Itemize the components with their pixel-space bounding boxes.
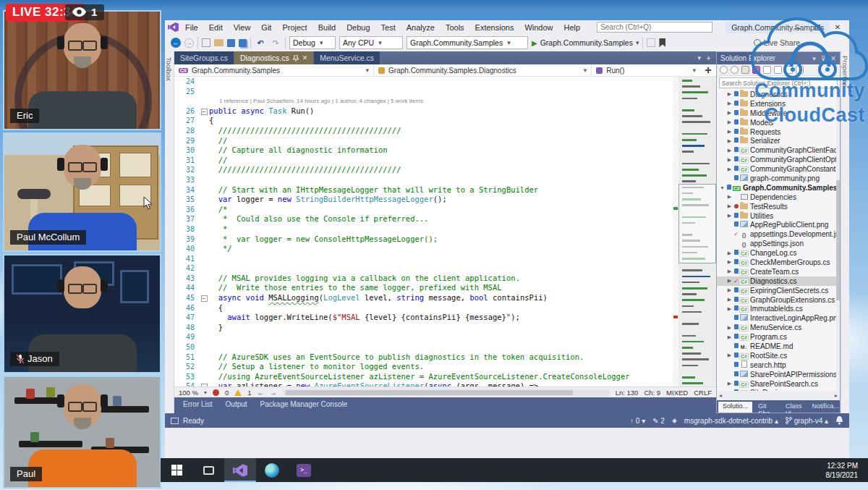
tree-item-MenuService.cs[interactable]: ▶C#MenuService.cs — [717, 323, 836, 332]
se-tab-solutio[interactable]: Solutio... — [718, 402, 752, 413]
solution-scrollbar[interactable] — [836, 90, 840, 391]
menu-test[interactable]: Test — [376, 22, 401, 33]
se-collapse-all-icon[interactable] — [774, 66, 782, 74]
se-tab-notifica[interactable]: Notifica... — [808, 402, 844, 413]
menu-git[interactable]: Git — [256, 22, 276, 33]
fold-icon[interactable]: − — [201, 109, 208, 115]
menu-edit[interactable]: Edit — [204, 22, 228, 33]
properties-tab[interactable]: Properties — [841, 51, 849, 413]
member-dropdown[interactable]: Run()▾ — [592, 64, 700, 76]
se-tab-git-cha[interactable]: Git Cha... — [754, 402, 780, 413]
save-all-icon[interactable] — [239, 39, 247, 47]
forward-button[interactable]: → — [184, 38, 194, 48]
expander-icon[interactable]: ▶ — [726, 297, 733, 303]
edit-count[interactable]: ✎ 2 — [652, 417, 665, 425]
menu-build[interactable]: Build — [313, 22, 341, 33]
tree-item-search.http[interactable]: search.http — [717, 360, 836, 370]
dropdown-icon[interactable]: ▾ — [812, 55, 816, 62]
warning-count[interactable]: 1 — [247, 389, 251, 397]
tree-item-Models[interactable]: ▶Models — [717, 118, 836, 127]
expander-icon[interactable]: ▶ — [726, 91, 733, 97]
tree-item-CreateTeam.cs[interactable]: ▶C#CreateTeam.cs — [717, 267, 836, 276]
nav-forward-icon[interactable]: → — [270, 389, 277, 397]
se-back-icon[interactable] — [720, 66, 728, 74]
taskbar-clock[interactable]: 12:32 PM 8/19/2021 — [826, 461, 868, 480]
toolbox-tab[interactable]: Toolbox — [165, 51, 174, 413]
expander-icon[interactable]: ▶ — [726, 269, 733, 274]
tree-item-RootSite.cs[interactable]: ▶C#RootSite.cs — [717, 351, 836, 360]
new-project-icon[interactable] — [202, 38, 210, 47]
solution-search-input[interactable] — [719, 77, 838, 88]
back-button[interactable]: ← — [171, 38, 181, 48]
error-count[interactable]: 0 — [225, 389, 229, 397]
se-home-icon[interactable] — [741, 66, 749, 74]
expander-icon[interactable]: ▼ — [719, 185, 726, 190]
se-pending-changes-icon[interactable] — [763, 66, 771, 74]
tree-item-README.md[interactable]: M↓README.md — [717, 342, 836, 351]
codelens-info[interactable]: 1 reference | Paul Schaeflein, 14 hours … — [174, 96, 673, 106]
tree-item-Serializer[interactable]: ▶Serializer — [717, 136, 836, 145]
pin-icon[interactable]: ⊽ — [821, 55, 826, 62]
redo-icon[interactable]: ↷ — [270, 37, 281, 48]
feedback-icon[interactable]: ◕ — [767, 20, 787, 34]
taskbar-edge[interactable] — [256, 458, 288, 482]
expander-icon[interactable]: ▶ — [726, 148, 733, 153]
open-folder-icon[interactable] — [214, 39, 224, 46]
expander-icon[interactable]: ▶ — [726, 203, 733, 209]
repo-name[interactable]: msgraph-sdk-dotnet-contrib ▴ — [684, 417, 778, 425]
maximize-button[interactable] — [807, 20, 827, 34]
bookmark-icon[interactable] — [659, 38, 665, 47]
tree-item-Middleware[interactable]: ▶Middleware — [717, 109, 836, 118]
expander-icon[interactable]: ▶ — [726, 278, 733, 284]
startup-project-dropdown[interactable]: Graph.Community.Samples▾ — [407, 36, 528, 49]
solution-hscroll[interactable]: ◂▸ — [717, 391, 840, 400]
expander-icon[interactable]: ▶ — [726, 306, 733, 312]
zoom-level[interactable]: 100 % — [179, 389, 198, 397]
tab-Diagnostics.cs[interactable]: Diagnostics.cs✕ — [234, 51, 313, 64]
close-icon[interactable]: ✕ — [830, 55, 836, 62]
expander-icon[interactable]: ▶ — [726, 101, 733, 106]
se-sync-icon[interactable] — [796, 66, 804, 74]
tree-item-Program.cs[interactable]: ▶C#Program.cs — [717, 332, 836, 342]
menu-extensions[interactable]: Extensions — [470, 22, 519, 33]
taskbar-terminal[interactable]: >_ — [288, 458, 320, 482]
expander-icon[interactable]: ▶ — [726, 129, 733, 135]
expander-icon[interactable]: ▶ — [726, 352, 733, 358]
tree-item-CommunityGraphClientFactory.[interactable]: ▶C#CommunityGraphClientFactory. — [717, 145, 836, 155]
live-share-button[interactable]: Live Share — [754, 38, 800, 47]
menu-help[interactable]: Help — [559, 22, 586, 33]
horizontal-scrollbar[interactable] — [283, 389, 610, 396]
tree-item-Graph.Community.Samples[interactable]: ▼C#Graph.Community.Samples — [717, 183, 836, 193]
tree-item-ImmutableIds.cs[interactable]: ▶C#ImmutableIds.cs — [717, 304, 836, 313]
expander-icon[interactable]: ▶ — [726, 287, 733, 293]
quick-search-input[interactable] — [597, 22, 712, 33]
panel-tab-package-manager-console[interactable]: Package Manager Console — [255, 399, 354, 410]
expander-icon[interactable]: ▶ — [726, 166, 733, 172]
tree-item-CommunityGraphClientOptions[interactable]: ▶C#CommunityGraphClientOptions — [717, 155, 836, 164]
pin-icon[interactable] — [293, 55, 299, 62]
minimap-viewport[interactable] — [678, 184, 716, 263]
bell-icon[interactable] — [835, 416, 843, 425]
tab-SiteGroups.cs[interactable]: SiteGroups.cs — [174, 51, 234, 64]
se-tab-class-vi[interactable]: Class Vi... — [781, 402, 807, 413]
code-area[interactable]: 24251 reference | Paul Schaeflein, 14 ho… — [174, 77, 673, 386]
menu-analyze[interactable]: Analyze — [401, 22, 440, 33]
expander-icon[interactable]: ▶ — [726, 334, 733, 340]
tree-item-appsettings.Development.json[interactable]: ✓{}appsettings.Development.json — [717, 229, 836, 239]
minimap-scrollbar[interactable] — [678, 77, 716, 386]
expander-icon[interactable]: ▶ — [726, 325, 733, 331]
tree-item-Dependencies[interactable]: ▶Dependencies — [717, 193, 836, 202]
tree-item-Diagnostics.cs[interactable]: ▶✓C#Diagnostics.cs — [717, 276, 836, 286]
expander-icon[interactable]: ▶ — [726, 213, 733, 219]
tree-item-Diagnostics[interactable]: ▶Diagnostics — [717, 90, 836, 99]
solution-config-dropdown[interactable]: Debug▾ — [289, 36, 336, 49]
menu-project[interactable]: Project — [277, 22, 312, 33]
type-dropdown[interactable]: Graph.Community.Samples.Diagnostics▾ — [374, 64, 592, 76]
expander-icon[interactable]: ▶ — [726, 157, 733, 163]
start-debugging-button[interactable]: ▶ Graph.Community.Samples▾ — [532, 38, 639, 47]
tree-item-SharePointSearch.cs[interactable]: ▶C#SharePointSearch.cs — [717, 379, 836, 389]
expander-icon[interactable]: ▶ — [726, 110, 733, 116]
start-button[interactable] — [161, 458, 192, 482]
save-icon[interactable] — [227, 39, 235, 47]
tab-MenuService.cs[interactable]: MenuService.cs — [314, 51, 380, 64]
